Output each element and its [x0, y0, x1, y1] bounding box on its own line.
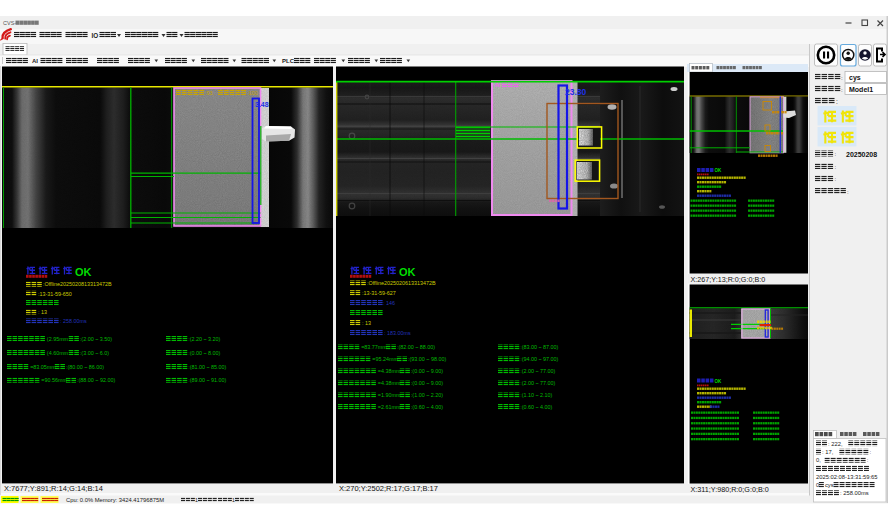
svg-text::(1.10 ~ 2.10): :(1.10 ~ 2.10): [520, 392, 552, 398]
svg-text:OK: OK: [715, 379, 723, 384]
svg-text::(81.00 ~ 85.00): :(81.00 ~ 85.00): [188, 364, 226, 370]
svg-text::100: :100: [247, 90, 258, 96]
svg-text::(83.00 ~ 87.00): :(83.00 ~ 87.00): [520, 344, 558, 350]
svg-text:OK: OK: [399, 266, 416, 278]
svg-text::(0.60 ~ 4.00): :(0.60 ~ 4.00): [520, 404, 552, 410]
svg-text:=95.24mm: =95.24mm: [372, 356, 398, 362]
svg-text:X:267;Y:13;R:0;G:0;B:0: X:267;Y:13;R:0;G:0;B:0: [691, 275, 766, 284]
svg-text::(2.00 ~ 3.50): :(2.00 ~ 3.50): [80, 336, 112, 342]
svg-text:0: 0: [816, 482, 819, 488]
svg-text:X:7677;Y:891;R:14;G:14;B:14: X:7677;Y:891;R:14;G:14;B:14: [4, 484, 103, 493]
svg-text::(3.00 ~ 6.0): :(3.00 ~ 6.0): [80, 350, 109, 356]
svg-text::(0.00 ~ 9.00): :(0.00 ~ 9.00): [411, 368, 443, 374]
svg-text:=2.61mm: =2.61mm: [378, 404, 401, 410]
svg-text:2025:02:08-13:31:59:65: 2025:02:08-13:31:59:65: [816, 474, 878, 480]
svg-text:: 258.00ms: : 258.00ms: [60, 318, 87, 324]
svg-text:: 13: : 13: [38, 309, 47, 315]
svg-text::13-31-59-650: :13-31-59-650: [38, 291, 72, 297]
svg-text:PLC: PLC: [282, 58, 295, 64]
svg-text:cys: cys: [825, 482, 834, 488]
svg-text:1: 1: [232, 497, 235, 503]
svg-text::(2.00 ~ 77.00): :(2.00 ~ 77.00): [520, 380, 555, 386]
svg-text:=90.56mm: =90.56mm: [41, 377, 67, 383]
svg-text::(89.00 ~ 91.00): :(89.00 ~ 91.00): [188, 377, 226, 383]
svg-text:OK: OK: [715, 168, 723, 173]
svg-text:=4.38mm: =4.38mm: [378, 368, 401, 374]
svg-text::(0.00 ~ 8.00): :(0.00 ~ 8.00): [188, 350, 220, 356]
svg-text::(94.00 ~ 97.00): :(94.00 ~ 97.00): [520, 356, 558, 362]
svg-text:CVS-: CVS-: [3, 20, 16, 26]
svg-text:Model1: Model1: [849, 86, 873, 93]
svg-text:AI: AI: [32, 58, 38, 64]
svg-text:=1.90mm: =1.90mm: [378, 392, 401, 398]
svg-text:0,: 0,: [816, 457, 821, 463]
svg-text::(80.00 ~ 86.00): :(80.00 ~ 86.00): [66, 364, 104, 370]
svg-text::13-31-59-627: :13-31-59-627: [362, 290, 396, 296]
svg-text:: 258.00ms: : 258.00ms: [840, 490, 869, 496]
svg-text:: 183.00ms: : 183.00ms: [384, 330, 411, 336]
svg-text::: :: [836, 98, 838, 105]
svg-text::Offline2025020613313472B: :Offline2025020613313472B: [367, 280, 436, 286]
svg-text:: 146: : 146: [383, 300, 395, 306]
svg-text:IO: IO: [92, 32, 99, 39]
svg-text:=83.77mm: =83.77mm: [361, 344, 387, 350]
svg-text::(0.00 ~ 9.00): :(0.00 ~ 9.00): [411, 380, 443, 386]
svg-text::Offline2025020813313472B: :Offline2025020813313472B: [43, 281, 112, 287]
svg-text::: :: [841, 86, 843, 93]
svg-text:OK: OK: [75, 266, 92, 278]
svg-text::(2.00 ~ 77.00): :(2.00 ~ 77.00): [520, 368, 555, 374]
svg-text:23.80: 23.80: [565, 87, 587, 97]
svg-text:X:270;Y:2502;R:17;G:17;B:17: X:270;Y:2502;R:17;G:17;B:17: [339, 484, 438, 493]
svg-text:: 222,: : 222,: [828, 441, 843, 447]
svg-text:(4.60mm: (4.60mm: [47, 350, 69, 356]
svg-text:Cpu: 0.0% Memory: 3424.4179687: Cpu: 0.0% Memory: 3424.41796875M: [66, 497, 164, 503]
svg-text::(1.00 ~ 2.20): :(1.00 ~ 2.20): [411, 392, 443, 398]
svg-text:3.48: 3.48: [255, 101, 269, 108]
svg-text:1: 1: [195, 497, 198, 503]
svg-text:cys: cys: [849, 74, 861, 82]
svg-text::(93.00 ~ 98.00): :(93.00 ~ 98.00): [408, 356, 446, 362]
svg-text::(88.00 ~ 92.00): :(88.00 ~ 92.00): [77, 377, 115, 383]
svg-text:=4.38mm: =4.38mm: [378, 380, 401, 386]
svg-text::: :: [841, 74, 843, 81]
svg-text::(0.60 ~ 4.00): :(0.60 ~ 4.00): [411, 404, 443, 410]
svg-text:X:311;Y:980;R:0;G:0;B:0: X:311;Y:980;R:0;G:0;B:0: [691, 485, 769, 494]
svg-text:20250208: 20250208: [846, 151, 877, 158]
svg-text::93,: :93,: [205, 90, 215, 96]
svg-text::(2.20 ~ 3.20): :(2.20 ~ 3.20): [188, 336, 220, 342]
svg-text:=83.05mm: =83.05mm: [30, 364, 56, 370]
svg-text:: 13: : 13: [362, 320, 371, 326]
svg-text:: 17,: : 17,: [822, 449, 834, 455]
svg-text:(2.95mm: (2.95mm: [47, 336, 69, 342]
svg-text::(82.00 ~ 88.00): :(82.00 ~ 88.00): [397, 344, 435, 350]
